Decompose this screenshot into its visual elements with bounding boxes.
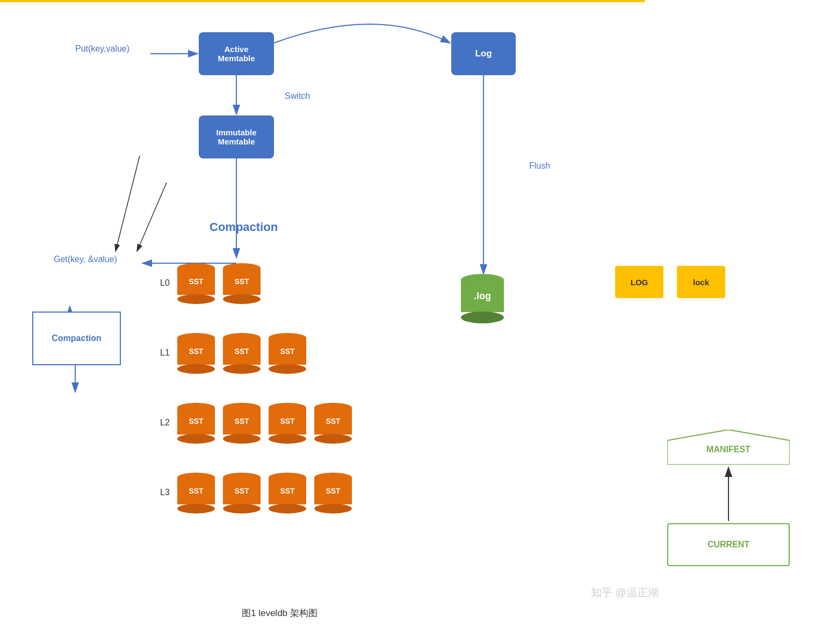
l2-sst-2: SST (223, 403, 261, 444)
level-l1: L1 (160, 348, 170, 358)
l3-sst-4: SST (314, 473, 352, 513)
log-file-cylinder: .log (461, 274, 504, 323)
l2-sst-4: SST (314, 403, 352, 444)
compaction-box-label: Compaction (52, 334, 101, 343)
current-node: CURRENT (667, 523, 790, 566)
log-file-node: LOG (615, 266, 663, 298)
l3-sst-1: SST (177, 473, 215, 513)
immutable-memtable-node: ImmutableMemtable (199, 115, 274, 158)
l3-sst-3: SST (269, 473, 306, 513)
diagram: Put(key,value) ActiveMemtable Log Switch… (0, 0, 830, 644)
figure-caption: 图1 leveldb 架构图 (242, 607, 317, 619)
l1-sst-2: SST (223, 333, 261, 374)
put-label: Put(key,value) (75, 44, 129, 54)
l1-sst-1: SST (177, 333, 215, 374)
svg-text:MANIFEST: MANIFEST (706, 445, 750, 454)
flush-label: Flush (529, 161, 550, 171)
separator-line (0, 0, 645, 2)
level-l0: L0 (160, 278, 170, 288)
l0-sst-2: SST (223, 263, 261, 304)
manifest-node: MANIFEST (667, 430, 790, 465)
get-label: Get(key, &value) (54, 255, 117, 264)
svg-line-7 (137, 183, 167, 251)
level-l2: L2 (160, 418, 170, 428)
lock-node: lock (677, 266, 725, 298)
l3-sst-2: SST (223, 473, 261, 513)
switch-label: Switch (285, 91, 310, 101)
l2-sst-1: SST (177, 403, 215, 444)
log-node: Log (451, 32, 516, 75)
l1-sst-3: SST (269, 333, 306, 374)
compaction-top-label: Compaction (210, 220, 278, 234)
active-memtable-node: ActiveMemtable (199, 32, 274, 75)
watermark: 知乎 @温正湖 (591, 585, 659, 600)
l0-sst-1: SST (177, 263, 215, 304)
compaction-box: Compaction (32, 312, 121, 365)
svg-line-8 (116, 156, 140, 251)
level-l3: L3 (160, 488, 170, 497)
l2-sst-3: SST (269, 403, 306, 444)
